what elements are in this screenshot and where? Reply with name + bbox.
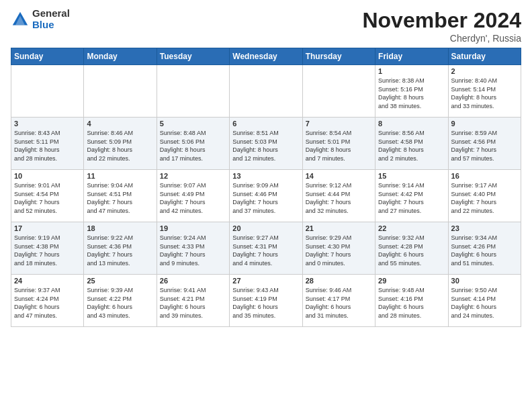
header-thursday: Thursday — [302, 48, 375, 65]
day-number: 27 — [232, 277, 299, 285]
day-cell — [230, 65, 302, 118]
header-row-days: SundayMondayTuesdayWednesdayThursdayFrid… — [11, 48, 521, 65]
day-number: 8 — [378, 120, 445, 128]
main-container: General Blue November 2024 Cherdyn', Rus… — [0, 0, 532, 332]
week-row-2: 10Sunrise: 9:01 AM Sunset: 4:54 PM Dayli… — [11, 170, 521, 222]
day-info: Sunrise: 8:40 AM Sunset: 5:14 PM Dayligh… — [451, 77, 518, 110]
day-info: Sunrise: 8:38 AM Sunset: 5:16 PM Dayligh… — [378, 77, 445, 110]
day-number: 22 — [378, 224, 445, 232]
day-number: 21 — [306, 224, 372, 232]
day-cell: 23Sunrise: 9:34 AM Sunset: 4:26 PM Dayli… — [448, 222, 521, 275]
day-cell: 5Sunrise: 8:48 AM Sunset: 5:06 PM Daylig… — [157, 118, 229, 170]
day-info: Sunrise: 9:24 AM Sunset: 4:33 PM Dayligh… — [160, 234, 226, 267]
day-number: 12 — [160, 172, 226, 180]
day-cell: 14Sunrise: 9:12 AM Sunset: 4:44 PM Dayli… — [302, 170, 375, 222]
day-cell: 1Sunrise: 8:38 AM Sunset: 5:16 PM Daylig… — [375, 65, 448, 118]
day-cell: 28Sunrise: 9:46 AM Sunset: 4:17 PM Dayli… — [302, 275, 375, 327]
header-row: General Blue November 2024 Cherdyn', Rus… — [11, 8, 521, 44]
day-cell: 6Sunrise: 8:51 AM Sunset: 5:03 PM Daylig… — [230, 118, 302, 170]
day-info: Sunrise: 9:29 AM Sunset: 4:30 PM Dayligh… — [306, 234, 372, 267]
day-number: 26 — [160, 277, 226, 285]
day-cell: 20Sunrise: 9:27 AM Sunset: 4:31 PM Dayli… — [230, 222, 302, 275]
title-section: November 2024 Cherdyn', Russia — [362, 8, 521, 44]
day-cell: 22Sunrise: 9:32 AM Sunset: 4:28 PM Dayli… — [375, 222, 448, 275]
day-number: 17 — [14, 224, 81, 232]
day-cell: 12Sunrise: 9:07 AM Sunset: 4:49 PM Dayli… — [157, 170, 229, 222]
day-cell: 18Sunrise: 9:22 AM Sunset: 4:36 PM Dayli… — [84, 222, 157, 275]
day-info: Sunrise: 9:19 AM Sunset: 4:38 PM Dayligh… — [14, 234, 81, 267]
day-info: Sunrise: 9:41 AM Sunset: 4:21 PM Dayligh… — [160, 286, 226, 320]
day-info: Sunrise: 9:17 AM Sunset: 4:40 PM Dayligh… — [451, 181, 518, 215]
day-info: Sunrise: 8:51 AM Sunset: 5:03 PM Dayligh… — [232, 129, 299, 163]
day-number: 7 — [306, 120, 372, 128]
day-info: Sunrise: 9:43 AM Sunset: 4:19 PM Dayligh… — [232, 286, 299, 320]
day-number: 10 — [14, 172, 81, 180]
day-info: Sunrise: 9:32 AM Sunset: 4:28 PM Dayligh… — [378, 234, 445, 267]
month-title: November 2024 — [362, 8, 521, 33]
day-info: Sunrise: 9:50 AM Sunset: 4:14 PM Dayligh… — [451, 286, 518, 320]
day-number: 28 — [306, 277, 372, 285]
day-info: Sunrise: 9:34 AM Sunset: 4:26 PM Dayligh… — [451, 234, 518, 267]
day-number: 20 — [232, 224, 299, 232]
header-sunday: Sunday — [11, 48, 84, 65]
day-number: 6 — [232, 120, 299, 128]
day-info: Sunrise: 9:27 AM Sunset: 4:31 PM Dayligh… — [232, 234, 299, 267]
day-cell: 26Sunrise: 9:41 AM Sunset: 4:21 PM Dayli… — [157, 275, 229, 327]
day-number: 18 — [87, 224, 153, 232]
calendar-header: SundayMondayTuesdayWednesdayThursdayFrid… — [11, 48, 521, 65]
day-info: Sunrise: 9:01 AM Sunset: 4:54 PM Dayligh… — [14, 181, 81, 215]
day-number: 24 — [14, 277, 81, 285]
day-cell: 3Sunrise: 8:43 AM Sunset: 5:11 PM Daylig… — [11, 118, 84, 170]
day-number: 11 — [87, 172, 153, 180]
day-cell: 10Sunrise: 9:01 AM Sunset: 4:54 PM Dayli… — [11, 170, 84, 222]
day-number: 30 — [451, 277, 518, 285]
day-info: Sunrise: 9:37 AM Sunset: 4:24 PM Dayligh… — [14, 286, 81, 320]
day-cell: 2Sunrise: 8:40 AM Sunset: 5:14 PM Daylig… — [448, 65, 521, 118]
day-number: 29 — [378, 277, 445, 285]
day-cell: 21Sunrise: 9:29 AM Sunset: 4:30 PM Dayli… — [302, 222, 375, 275]
day-number: 15 — [378, 172, 445, 180]
day-info: Sunrise: 9:04 AM Sunset: 4:51 PM Dayligh… — [87, 181, 153, 215]
header-wednesday: Wednesday — [230, 48, 302, 65]
day-number: 13 — [232, 172, 299, 180]
day-cell: 17Sunrise: 9:19 AM Sunset: 4:38 PM Dayli… — [11, 222, 84, 275]
day-number: 3 — [14, 120, 81, 128]
day-info: Sunrise: 9:14 AM Sunset: 4:42 PM Dayligh… — [378, 181, 445, 215]
header-friday: Friday — [375, 48, 448, 65]
day-info: Sunrise: 8:59 AM Sunset: 4:56 PM Dayligh… — [451, 129, 518, 163]
header-monday: Monday — [84, 48, 157, 65]
day-number: 2 — [451, 67, 518, 75]
day-cell: 16Sunrise: 9:17 AM Sunset: 4:40 PM Dayli… — [448, 170, 521, 222]
day-cell: 29Sunrise: 9:48 AM Sunset: 4:16 PM Dayli… — [375, 275, 448, 327]
logo: General Blue — [11, 8, 70, 30]
day-info: Sunrise: 9:48 AM Sunset: 4:16 PM Dayligh… — [378, 286, 445, 320]
day-cell — [302, 65, 375, 118]
day-number: 1 — [378, 67, 445, 75]
day-number: 25 — [87, 277, 153, 285]
day-number: 4 — [87, 120, 153, 128]
day-cell: 27Sunrise: 9:43 AM Sunset: 4:19 PM Dayli… — [230, 275, 302, 327]
day-number: 5 — [160, 120, 226, 128]
header-saturday: Saturday — [448, 48, 521, 65]
day-number: 23 — [451, 224, 518, 232]
week-row-4: 24Sunrise: 9:37 AM Sunset: 4:24 PM Dayli… — [11, 275, 521, 327]
day-cell: 15Sunrise: 9:14 AM Sunset: 4:42 PM Dayli… — [375, 170, 448, 222]
day-cell: 8Sunrise: 8:56 AM Sunset: 4:58 PM Daylig… — [375, 118, 448, 170]
day-info: Sunrise: 8:56 AM Sunset: 4:58 PM Dayligh… — [378, 129, 445, 163]
day-info: Sunrise: 8:43 AM Sunset: 5:11 PM Dayligh… — [14, 129, 81, 163]
week-row-0: 1Sunrise: 8:38 AM Sunset: 5:16 PM Daylig… — [11, 65, 521, 118]
day-cell: 25Sunrise: 9:39 AM Sunset: 4:22 PM Dayli… — [84, 275, 157, 327]
day-number: 19 — [160, 224, 226, 232]
day-number: 14 — [306, 172, 372, 180]
day-cell — [11, 65, 84, 118]
calendar-body: 1Sunrise: 8:38 AM Sunset: 5:16 PM Daylig… — [11, 65, 521, 327]
day-cell: 9Sunrise: 8:59 AM Sunset: 4:56 PM Daylig… — [448, 118, 521, 170]
header-tuesday: Tuesday — [157, 48, 229, 65]
logo-blue: Blue — [32, 19, 70, 31]
logo-general: General — [32, 8, 70, 19]
logo-text: General Blue — [32, 8, 70, 30]
day-info: Sunrise: 8:46 AM Sunset: 5:09 PM Dayligh… — [87, 129, 153, 163]
logo-icon — [11, 10, 30, 29]
day-info: Sunrise: 9:09 AM Sunset: 4:46 PM Dayligh… — [232, 181, 299, 215]
day-cell — [84, 65, 157, 118]
